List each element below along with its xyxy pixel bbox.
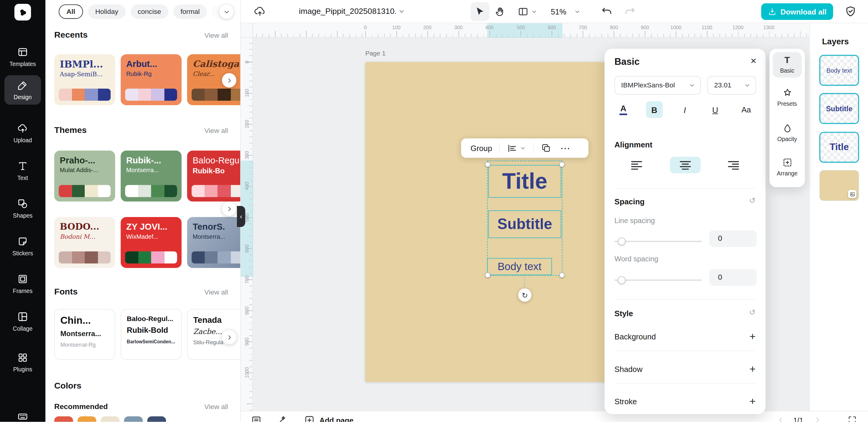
themes-next-button[interactable] <box>222 202 237 216</box>
page-label[interactable]: Page 1 <box>365 50 385 56</box>
chip-concise[interactable]: concise <box>130 4 168 19</box>
duplicate-icon[interactable] <box>541 143 551 153</box>
keyboard-shortcuts-icon[interactable] <box>17 411 28 422</box>
sidebar-item-stickers[interactable]: Stickers <box>0 236 45 256</box>
underline-button[interactable]: U <box>707 101 724 118</box>
layer-item-title[interactable]: Title <box>819 132 859 163</box>
word-spacing-slider[interactable] <box>615 276 702 284</box>
font-size-select[interactable]: 23.01 <box>707 76 756 95</box>
selection-handle-ne[interactable] <box>559 161 564 167</box>
chip-all[interactable]: All <box>59 4 83 19</box>
color-swatch[interactable] <box>147 416 166 422</box>
group-button[interactable]: Group <box>461 144 492 153</box>
sidebar-item-frames[interactable]: Frames <box>0 273 45 294</box>
undo-button[interactable] <box>601 5 613 18</box>
recents-next-button[interactable] <box>222 73 237 87</box>
color-swatch[interactable] <box>124 416 143 422</box>
sidebar-item-templates[interactable]: Templates <box>0 47 45 67</box>
add-shadow-button[interactable]: + <box>749 364 755 374</box>
tab-opacity[interactable]: Opacity <box>770 123 805 142</box>
italic-button[interactable]: I <box>676 101 693 118</box>
font-card[interactable]: Baloo-Regul... Rubik-Bold BarlowSemiCond… <box>121 309 181 360</box>
app-logo[interactable] <box>14 4 31 21</box>
rotate-handle[interactable]: ↻ <box>518 289 531 302</box>
align-chevron-down-icon[interactable] <box>520 145 526 151</box>
theme-card[interactable]: ZY JOVI... WixMadef... <box>121 217 181 268</box>
recent-theme-card[interactable]: Arbut... Rubik-Rg <box>121 54 181 105</box>
file-name[interactable]: image_Pippit_2025081310... <box>299 7 396 16</box>
layer-item-background[interactable] <box>819 170 859 201</box>
selection-handle-sw[interactable] <box>485 272 490 278</box>
add-background-button[interactable]: + <box>749 331 755 341</box>
canvas-body-text[interactable]: Body text <box>487 258 552 275</box>
chip-holiday[interactable]: Holiday <box>88 4 125 19</box>
layout-tool-button[interactable] <box>518 6 529 17</box>
add-page-label[interactable]: Add page <box>319 416 353 422</box>
select-tool-button[interactable] <box>470 2 489 21</box>
theme-card[interactable]: BODO... Bodoni M... <box>54 217 115 268</box>
theme-card[interactable]: Praho-... Mulat Addis-... <box>54 151 115 202</box>
fullscreen-icon[interactable] <box>847 415 857 422</box>
zoom-chevron-down-icon[interactable] <box>574 8 581 15</box>
close-icon[interactable]: ✕ <box>750 56 757 65</box>
download-all-button[interactable]: Download all <box>761 3 833 20</box>
word-spacing-value[interactable]: 0 <box>709 269 757 286</box>
line-spacing-value[interactable]: 0 <box>709 230 757 247</box>
view-all-link[interactable]: View all <box>204 403 228 411</box>
layer-item-body-text[interactable]: Body text <box>819 55 859 86</box>
zoom-level[interactable]: 51% <box>551 7 566 16</box>
magic-wand-icon[interactable] <box>276 415 287 422</box>
slider-thumb[interactable] <box>618 276 626 284</box>
sidebar-item-design[interactable]: Design <box>4 76 41 104</box>
layer-item-subtitle[interactable]: Subtitle <box>819 93 859 124</box>
text-case-button[interactable]: Aa <box>738 101 754 118</box>
spacing-reset-icon[interactable]: ↺ <box>749 196 756 205</box>
redo-button[interactable] <box>624 5 636 18</box>
page-list-icon[interactable] <box>251 415 262 422</box>
style-reset-icon[interactable]: ↺ <box>749 308 756 316</box>
line-spacing-slider[interactable] <box>615 238 702 245</box>
panel-collapse-handle[interactable]: ‹ <box>237 206 245 227</box>
theme-card[interactable]: Baloo-Regu Rubik-Bo <box>187 151 241 202</box>
sidebar-item-text[interactable]: Text <box>0 161 45 181</box>
align-left-button[interactable] <box>621 157 652 173</box>
layout-chevron-down-icon[interactable] <box>531 8 537 15</box>
tab-arrange[interactable]: Arrange <box>770 157 805 177</box>
text-color-button[interactable]: A <box>615 101 632 118</box>
selection-handle-se[interactable] <box>559 272 564 278</box>
add-stroke-button[interactable]: + <box>749 396 755 406</box>
more-options-button[interactable]: ⋯ <box>560 145 570 151</box>
security-shield-icon[interactable] <box>844 5 857 18</box>
sidebar-item-upload[interactable]: Upload <box>0 123 45 144</box>
tab-basic[interactable]: T Basic <box>773 52 802 78</box>
hand-tool-button[interactable] <box>494 6 505 17</box>
canvas-subtitle-text[interactable]: Subtitle <box>488 210 561 238</box>
prev-page-chevron-icon[interactable] <box>777 416 785 422</box>
tab-presets[interactable]: Presets <box>770 87 805 107</box>
filename-chevron-down-icon[interactable] <box>398 8 405 15</box>
fonts-next-button[interactable] <box>222 330 237 344</box>
color-swatch[interactable] <box>101 416 119 422</box>
theme-card[interactable]: Rubik-... Montserra... <box>121 151 181 202</box>
align-right-button[interactable] <box>718 157 749 173</box>
sidebar-item-collage[interactable]: Collage <box>0 311 45 332</box>
canvas-title-text[interactable]: Title <box>488 165 561 198</box>
view-all-link[interactable]: View all <box>204 32 228 39</box>
chips-expand-button[interactable] <box>219 4 234 19</box>
color-swatch[interactable] <box>78 416 96 422</box>
view-all-link[interactable]: View all <box>204 289 228 296</box>
cloud-sync-icon[interactable] <box>253 5 266 18</box>
sidebar-item-plugins[interactable]: Plugins <box>0 352 45 372</box>
sidebar-item-shapes[interactable]: Shapes <box>0 198 45 219</box>
slider-thumb[interactable] <box>618 238 626 245</box>
font-family-select[interactable]: IBMPlexSans-Bol <box>615 76 701 95</box>
recent-theme-card[interactable]: IBMPl... Asap-SemiB... <box>54 54 115 105</box>
add-page-icon[interactable] <box>304 415 315 422</box>
view-all-link[interactable]: View all <box>204 127 228 135</box>
font-card[interactable]: Chin... Montserra... Montserrat-Rg <box>54 309 115 360</box>
align-center-button[interactable] <box>670 157 701 173</box>
bold-button[interactable]: B <box>646 101 662 118</box>
color-swatch[interactable] <box>54 416 73 422</box>
next-page-chevron-icon[interactable] <box>813 416 822 422</box>
selection-handle-nw[interactable] <box>485 161 490 167</box>
